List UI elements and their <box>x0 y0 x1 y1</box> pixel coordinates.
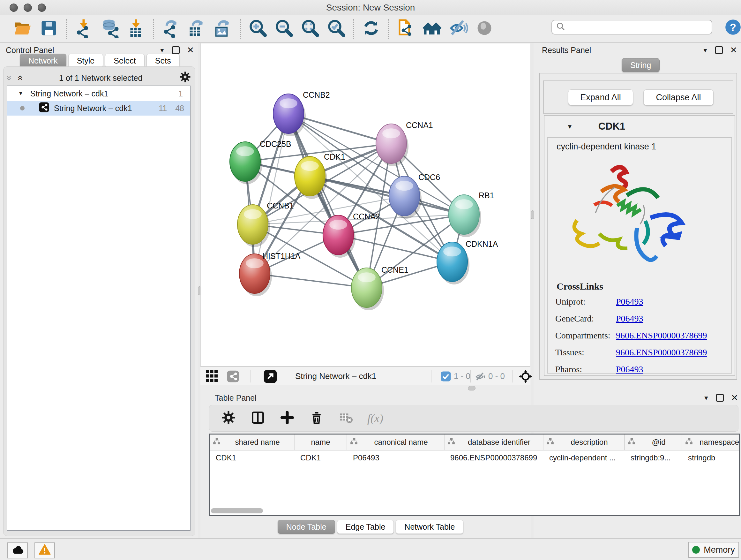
table-panel-menu-icon[interactable]: ▼ <box>703 395 710 401</box>
hide-selected-button[interactable] <box>445 17 471 41</box>
help-button[interactable]: ? <box>725 19 741 36</box>
crosslink-link[interactable]: 9606.ENSP00000378699 <box>616 330 707 341</box>
hidden-eye-icon[interactable] <box>475 371 486 384</box>
import-network-from-database-button[interactable] <box>97 17 123 41</box>
crosslink-link[interactable]: P06493 <box>616 314 643 324</box>
bottom-splitter-handle[interactable] <box>468 386 475 390</box>
table-cell[interactable]: stringdb <box>682 450 740 465</box>
refresh-view-button[interactable] <box>358 17 384 41</box>
zoom-fit-content-button[interactable] <box>297 17 323 41</box>
network-graph[interactable]: CCNB2 CCNA1 CDC25B CDK1 CDC6 <box>201 44 530 366</box>
table-row[interactable]: CDK1CDK1P064939606.ENSP00000378699cyclin… <box>210 450 739 465</box>
warnings-button[interactable] <box>35 543 55 558</box>
function-builder-button[interactable]: f(x) <box>366 409 384 427</box>
toggle-indicator-button[interactable] <box>471 17 497 41</box>
network-node-cdkn1a[interactable]: CDKN1A <box>437 240 498 285</box>
network-row[interactable]: String Network – cdk1 11 48 <box>7 101 190 116</box>
expand-all-networks-icon[interactable]: » <box>5 75 14 81</box>
table-panel-close-icon[interactable]: ✕ <box>731 394 738 402</box>
tab-edge-table[interactable]: Edge Table <box>337 520 394 534</box>
network-node-ccna1[interactable]: CCNA1 <box>376 121 433 166</box>
network-edge[interactable] <box>255 114 288 273</box>
collapse-all-networks-icon[interactable]: » <box>15 75 24 81</box>
column-header-namespace[interactable]: namespace <box>682 435 740 450</box>
collapse-all-button[interactable]: Collapse All <box>643 89 714 105</box>
export-image-button[interactable] <box>210 17 236 41</box>
column-header-canonical-name[interactable]: canonical name <box>347 435 445 450</box>
grid-view-icon[interactable] <box>206 370 219 384</box>
network-node-ccna2[interactable]: CCNA2 <box>323 212 380 258</box>
network-node-ccnb1[interactable]: CCNB1 <box>238 201 294 247</box>
column-header-name[interactable]: name <box>294 435 347 450</box>
move-crosshair-icon[interactable] <box>518 369 533 385</box>
crosslink-link[interactable]: 9606.ENSP00000378699 <box>616 348 707 358</box>
export-network-button[interactable] <box>158 17 184 41</box>
table-settings-gear-button[interactable] <box>219 409 238 427</box>
column-header-database-identifier[interactable]: database identifier <box>445 435 543 450</box>
tab-network-table[interactable]: Network Table <box>396 520 463 534</box>
table-cell[interactable]: CDK1 <box>294 450 347 465</box>
zoom-out-button[interactable] <box>271 17 297 41</box>
column-header--id[interactable]: @id <box>625 435 682 450</box>
session-home-button[interactable] <box>419 17 445 41</box>
table-cell[interactable]: cyclin-dependent ... <box>543 450 625 465</box>
gene-collapse-icon[interactable]: ▼ <box>567 124 573 130</box>
table-cell[interactable]: CDK1 <box>210 450 294 465</box>
delete-table-button[interactable] <box>337 409 355 427</box>
tab-network[interactable]: Network <box>20 54 66 68</box>
import-table-from-file-button[interactable] <box>123 17 149 41</box>
network-node-cdc25b[interactable]: CDC25B <box>230 139 291 184</box>
network-edge[interactable] <box>310 176 464 214</box>
add-column-button[interactable] <box>278 409 296 427</box>
export-table-button[interactable] <box>184 17 210 41</box>
network-edge[interactable] <box>288 114 367 288</box>
crosslink-link[interactable]: P06493 <box>616 364 643 374</box>
tab-select[interactable]: Select <box>105 54 144 68</box>
selected-checkbox-icon[interactable] <box>441 371 451 383</box>
tab-node-table[interactable]: Node Table <box>278 520 335 534</box>
column-header-description[interactable]: description <box>543 435 625 450</box>
table-cell[interactable]: P06493 <box>347 450 445 465</box>
results-panel-close-icon[interactable]: ✕ <box>730 46 737 55</box>
open-file-button[interactable] <box>10 17 36 41</box>
network-node-ccnb2[interactable]: CCNB2 <box>273 90 330 136</box>
tab-sets[interactable]: Sets <box>146 54 180 68</box>
split-columns-button[interactable] <box>249 409 267 427</box>
control-panel-close-icon[interactable]: ✕ <box>187 46 194 55</box>
results-panel-float-icon[interactable] <box>715 46 723 54</box>
left-splitter[interactable] <box>198 43 200 538</box>
zoom-selected-button[interactable] <box>323 17 349 41</box>
expand-all-button[interactable]: Expand All <box>568 89 633 105</box>
tab-style[interactable]: Style <box>68 54 104 68</box>
table-panel-float-icon[interactable] <box>716 394 724 401</box>
tab-string[interactable]: String <box>622 58 660 72</box>
table-horizontal-scrollbar[interactable] <box>211 508 263 513</box>
collection-collapse-icon[interactable]: ▼ <box>18 91 23 96</box>
birds-eye-view-icon[interactable] <box>263 369 277 385</box>
save-session-button[interactable] <box>36 17 62 41</box>
network-share-icon[interactable] <box>226 370 239 384</box>
network-node-rb1[interactable]: RB1 <box>449 191 494 237</box>
import-network-from-file-button[interactable] <box>71 17 97 41</box>
node-table[interactable]: shared name name canonical name database… <box>209 434 740 516</box>
control-panel-menu-icon[interactable]: ▼ <box>159 47 165 53</box>
network-canvas[interactable]: CCNB2 CCNA1 CDC25B CDK1 CDC6 <box>200 43 530 367</box>
column-header-shared-name[interactable]: shared name <box>210 435 294 450</box>
control-panel-float-icon[interactable] <box>172 46 180 54</box>
network-collection-row[interactable]: ▼ String Network – cdk1 1 <box>7 86 190 101</box>
network-node-cdc6[interactable]: CDC6 <box>389 173 440 219</box>
right-splitter-handle[interactable] <box>531 210 534 219</box>
crosslink-link[interactable]: P06493 <box>616 297 643 307</box>
memory-button[interactable]: Memory <box>688 542 739 558</box>
zoom-in-button[interactable] <box>245 17 271 41</box>
search-input[interactable] <box>565 22 701 32</box>
delete-column-button[interactable] <box>308 409 326 427</box>
network-options-gear-icon[interactable] <box>179 71 191 84</box>
network-node-hist1h1a[interactable]: HIST1H1A <box>239 252 300 296</box>
file-network-button[interactable] <box>393 17 419 41</box>
table-cell[interactable]: 9606.ENSP00000378699 <box>445 450 543 465</box>
table-cell[interactable]: stringdb:9... <box>625 450 682 465</box>
results-panel-menu-icon[interactable]: ▼ <box>702 47 709 53</box>
network-node-ccne1[interactable]: CCNE1 <box>351 265 408 310</box>
cloud-status-button[interactable] <box>7 543 28 558</box>
